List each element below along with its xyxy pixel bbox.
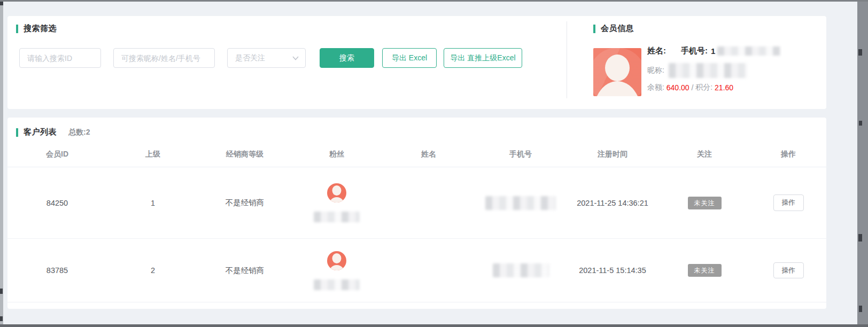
customer-list-section-title: 客户列表 总数:2 [16,127,90,137]
follow-status-badge: 未关注 [688,197,722,209]
balance-value: 640.00 [666,83,689,92]
follow-status-badge: 未关注 [688,264,722,277]
blurred-nickname [669,63,748,78]
admin-page: 搜索筛选 是否关注 搜索 导出 Excel 导出 直推上级Excel 会员信息 [3,2,857,324]
cell-dealer-level: 不是经销商 [199,239,291,302]
table-row: 84250 1 不是经销商 2021-11-25 14:36:21 未关注 [7,167,826,239]
member-phone-visible-prefix: 1 [711,46,715,56]
select-placeholder: 是否关注 [235,53,265,63]
person-icon [605,54,630,81]
cell-action: 操作 [750,239,826,302]
balance-label: 余额: [647,83,664,92]
section-title-text: 会员信息 [601,24,634,34]
blurred-phone-number [493,263,549,277]
cell-follow: 未关注 [658,239,750,302]
search-button[interactable]: 搜索 [320,48,374,68]
cell-member-id: 84250 [7,167,107,238]
person-icon [332,253,342,263]
section-title-text: 搜索筛选 [24,24,57,34]
frame-artifact [0,2,3,5]
row-action-button[interactable]: 操作 [773,194,804,211]
window-bottom-border [0,324,868,327]
col-header-upline: 上级 [107,142,199,167]
member-balance-line: 余额: 640.00 / 积分: 21.60 [647,82,818,94]
cell-upline: 2 [107,239,199,302]
cell-follow: 未关注 [658,167,750,238]
frame-artifact [858,234,862,242]
export-excel-button[interactable]: 导出 Excel [382,48,437,68]
col-header-dealer-level: 经销商等级 [199,142,291,167]
person-icon [329,197,345,203]
member-name-label: 姓名: [647,46,666,56]
green-accent-bar [593,25,595,33]
green-accent-bar [16,25,18,33]
window-left-border [0,0,3,327]
customer-table: 会员ID 上级 经销商等级 粉丝 姓名 手机号 注册时间 关注 操作 84250… [7,142,826,302]
chevron-down-icon [292,56,299,60]
col-header-phone: 手机号 [475,142,567,167]
member-nickname-label: 昵称: [647,66,664,75]
member-nickname-line: 昵称: [647,63,818,79]
frame-artifact [859,306,862,312]
cell-name [383,239,475,302]
total-count: 总数:2 [68,128,90,137]
member-details: 姓名: 手机号: 1 昵称: 余额: 640.00 / 积分: 21.60 [647,45,818,94]
cell-upline: 1 [107,167,199,238]
separator-slash: / [692,83,694,92]
cell-member-id: 83785 [7,239,107,302]
member-avatar [593,48,641,96]
row-action-button[interactable]: 操作 [773,262,804,279]
export-upline-excel-button[interactable]: 导出 直推上级Excel [444,48,522,68]
col-header-register-time: 注册时间 [567,142,658,167]
col-header-action: 操作 [750,142,826,167]
cell-name [383,167,475,238]
points-label: 积分: [695,83,712,92]
cell-dealer-level: 不是经销商 [199,167,291,238]
blurred-fan-name [314,212,360,222]
member-info-section-title: 会员信息 [593,24,634,34]
search-filter-section-title: 搜索筛选 [16,24,57,34]
person-icon [332,185,342,196]
fan-avatar [327,251,346,270]
green-accent-bar [16,128,18,137]
customer-list-card: 客户列表 总数:2 会员ID 上级 经销商等级 粉丝 姓名 手机号 注册时间 关… [7,118,826,309]
cell-fans [291,167,383,238]
search-id-input[interactable] [19,48,101,68]
frame-artifact [0,289,3,294]
cell-register-time: 2021-11-5 15:14:35 [567,239,658,302]
member-phone-label: 手机号: [681,46,708,56]
cell-phone [475,167,567,238]
frame-artifact [859,121,862,126]
keyword-search-input[interactable] [113,48,215,68]
table-row: 83785 2 不是经销商 2021-11-5 15:14:35 未关注 [7,239,826,302]
cell-register-time: 2021-11-25 14:36:21 [567,167,658,238]
fan-avatar [327,183,346,203]
frame-artifact [858,49,862,56]
cell-action: 操作 [750,167,826,238]
points-value: 21.60 [715,83,733,92]
frame-artifact [0,316,3,321]
member-name-phone-line: 姓名: 手机号: 1 [647,45,818,57]
blurred-phone-number [485,196,556,210]
col-header-name: 姓名 [383,142,475,167]
col-header-member-id: 会员ID [7,142,107,167]
window-top-border [0,0,868,2]
blurred-phone-number [717,46,780,56]
col-header-fans: 粉丝 [291,142,383,167]
table-header-row: 会员ID 上级 经销商等级 粉丝 姓名 手机号 注册时间 关注 操作 [7,142,826,167]
cell-phone [475,239,567,302]
vertical-divider [567,21,567,98]
col-header-follow: 关注 [658,142,750,167]
section-title-text: 客户列表 [24,127,57,137]
search-filter-card: 搜索筛选 是否关注 搜索 导出 Excel 导出 直推上级Excel 会员信息 [7,16,826,109]
follow-status-select[interactable]: 是否关注 [227,48,306,68]
window-right-border [857,0,868,327]
cell-fans [291,239,383,302]
blurred-fan-name [314,279,360,290]
person-icon [329,265,345,270]
